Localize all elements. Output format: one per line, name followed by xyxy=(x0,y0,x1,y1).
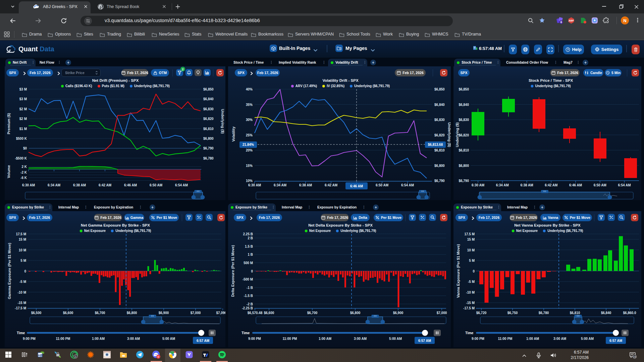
svg-text:$2 M: $2 M xyxy=(19,117,27,121)
svg-text:9:00 PM: 9:00 PM xyxy=(23,337,36,341)
svg-text:$6,830: $6,830 xyxy=(434,118,445,122)
svg-text:$6,720: $6,720 xyxy=(476,311,487,315)
svg-text:$6,810: $6,810 xyxy=(459,148,469,152)
svg-text:16: 16 xyxy=(633,355,636,358)
svg-text:-1.5 B: -1.5 B xyxy=(244,294,253,298)
svg-text:$6,600: $6,600 xyxy=(264,311,274,315)
svg-text:6:30 AM: 6:30 AM xyxy=(248,183,261,187)
svg-text:-10 M: -10 M xyxy=(17,291,26,294)
svg-text:$6,860.0: $6,860.0 xyxy=(623,311,636,315)
svg-text:$6,780: $6,780 xyxy=(539,311,549,315)
svg-text:$6,790: $6,790 xyxy=(434,179,445,183)
svg-text:$6,840: $6,840 xyxy=(203,97,214,101)
svg-text:$6,700: $6,700 xyxy=(95,311,105,315)
svg-text:$6,900: $6,900 xyxy=(159,311,169,315)
svg-text:9:00 PM: 9:00 PM xyxy=(472,337,484,341)
svg-text:-5 M: -5 M xyxy=(468,280,475,284)
svg-text:15 M: 15 M xyxy=(467,238,475,241)
svg-text:6:30 AM: 6:30 AM xyxy=(472,183,484,187)
svg-text:$7,000: $7,000 xyxy=(437,311,447,315)
svg-text:$7,096.0: $7,096.0 xyxy=(216,311,225,315)
svg-text:$6,820: $6,820 xyxy=(459,133,469,137)
svg-text:-2 B: -2 B xyxy=(247,302,253,306)
svg-text:6:54 AM: 6:54 AM xyxy=(401,183,414,187)
svg-text:$6,500: $6,500 xyxy=(31,311,42,315)
svg-text:Time: Time xyxy=(17,331,25,335)
svg-text:$6,800: $6,800 xyxy=(434,164,445,168)
svg-text:6:46 AM: 6:46 AM xyxy=(350,184,363,188)
svg-text:6:57 AM: 6:57 AM xyxy=(609,339,622,343)
svg-text:21.84%: 21.84% xyxy=(243,143,254,146)
svg-text:ABP: ABP xyxy=(569,19,574,22)
svg-text:5:00 AM: 5:00 AM xyxy=(581,337,594,341)
svg-text:-2.25 B: -2.25 B xyxy=(242,306,253,310)
svg-text:11:00 PM: 11:00 PM xyxy=(498,337,513,341)
svg-text:6:42 AM: 6:42 AM xyxy=(99,183,111,187)
svg-text:Underlying ($): Underlying ($) xyxy=(221,109,225,134)
svg-text:6:57 AM: 6:57 AM xyxy=(197,339,209,343)
svg-text:6:54 AM: 6:54 AM xyxy=(618,183,631,187)
svg-text:$3 M: $3 M xyxy=(19,87,27,91)
svg-text:6:54 AM: 6:54 AM xyxy=(175,183,188,187)
svg-text:$6,800: $6,800 xyxy=(127,311,137,315)
svg-text:10 M: 10 M xyxy=(467,248,475,252)
svg-text:-5 M: -5 M xyxy=(19,280,26,284)
svg-text:$6,810: $6,810 xyxy=(203,127,214,131)
svg-text:6:50 AM: 6:50 AM xyxy=(150,183,162,187)
svg-text:6:46 AM: 6:46 AM xyxy=(569,183,582,187)
svg-text:-$500 K: -$500 K xyxy=(15,157,27,160)
svg-text:3:00 AM: 3:00 AM xyxy=(553,337,566,341)
svg-text:-6 K: -6 K xyxy=(20,176,27,180)
svg-text:-500 M: -500 M xyxy=(243,278,253,281)
svg-text:-1 B: -1 B xyxy=(247,286,253,290)
svg-text:6:50 AM: 6:50 AM xyxy=(376,183,388,187)
svg-text:0: 0 xyxy=(24,269,26,273)
svg-text:11:00 PM: 11:00 PM xyxy=(56,337,70,341)
svg-text:$6,800: $6,800 xyxy=(203,137,214,140)
svg-text:$6,813.68: $6,813.68 xyxy=(428,143,443,146)
svg-text:25%: 25% xyxy=(246,133,253,137)
svg-text:1:00 AM: 1:00 AM xyxy=(526,337,539,341)
svg-text:2 B: 2 B xyxy=(248,236,253,240)
svg-text:1 B: 1 B xyxy=(248,253,253,256)
svg-text:6:46 AM: 6:46 AM xyxy=(124,183,137,187)
svg-text:35%: 35% xyxy=(246,103,253,107)
svg-text:$500 K: $500 K xyxy=(16,137,27,140)
svg-text:2.25 B: 2.25 B xyxy=(243,232,253,236)
svg-text:15 M: 15 M xyxy=(19,238,26,241)
svg-text:-15 M: -15 M xyxy=(17,301,26,305)
svg-text:6:42 AM: 6:42 AM xyxy=(325,183,337,187)
svg-text:$6,570.48: $6,570.48 xyxy=(248,311,263,315)
svg-text:500 M: 500 M xyxy=(244,261,253,265)
svg-text:Volatility: Volatility xyxy=(231,126,235,142)
svg-text:$6,800: $6,800 xyxy=(350,311,361,315)
svg-text:6: 6 xyxy=(158,355,159,358)
svg-text:0: 0 xyxy=(251,269,253,273)
svg-text:Volume: Volume xyxy=(7,165,11,178)
svg-text:$3 M: $3 M xyxy=(19,97,27,101)
svg-text:30%: 30% xyxy=(246,118,253,122)
svg-text:11:00 PM: 11:00 PM xyxy=(283,337,297,341)
svg-text:$1 M: $1 M xyxy=(19,127,27,131)
svg-text:-2 K: -2 K xyxy=(20,171,27,174)
svg-text:$6,600: $6,600 xyxy=(63,311,73,315)
svg-text:6: 6 xyxy=(560,20,562,24)
svg-text:6:42 AM: 6:42 AM xyxy=(545,183,557,187)
svg-text:6:57 AM: 6:57 AM xyxy=(418,339,431,343)
svg-text:Time: Time xyxy=(465,331,473,335)
svg-text:Underlying ($): Underlying ($) xyxy=(447,122,451,147)
svg-text:1:00 AM: 1:00 AM xyxy=(92,337,105,341)
svg-text:$6,840: $6,840 xyxy=(434,103,445,107)
svg-text:-17.5 M: -17.5 M xyxy=(15,306,26,310)
svg-text:Gamma Exposure (Per $1 Move): Gamma Exposure (Per $1 Move) xyxy=(7,243,11,299)
svg-text:$0: $0 xyxy=(23,146,27,150)
svg-text:1:00 AM: 1:00 AM xyxy=(319,337,331,341)
svg-text:$6,820: $6,820 xyxy=(434,133,445,137)
svg-text:20%: 20% xyxy=(246,148,253,152)
svg-text:1.5 B: 1.5 B xyxy=(245,245,253,248)
svg-text:$6,850: $6,850 xyxy=(434,87,445,91)
svg-text:17.5 M: 17.5 M xyxy=(16,232,26,236)
svg-text:$6,790: $6,790 xyxy=(203,146,214,150)
svg-text:$6,750: $6,750 xyxy=(507,311,518,315)
svg-text:6:38 AM: 6:38 AM xyxy=(73,183,86,187)
